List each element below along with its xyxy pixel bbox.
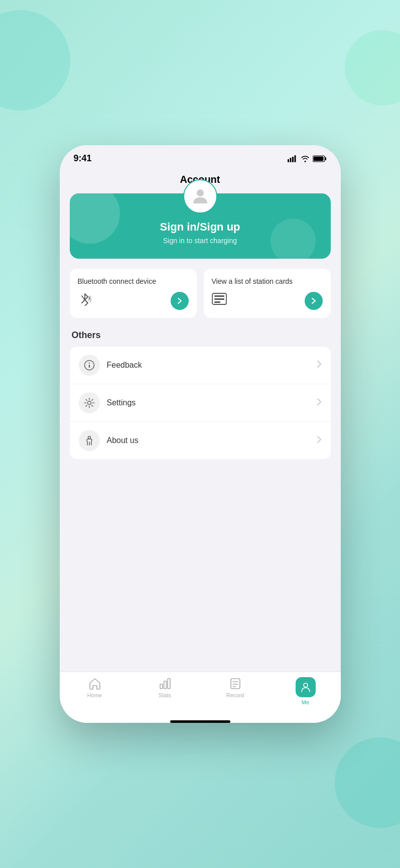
menu-item-feedback[interactable]: Feedback xyxy=(70,347,331,384)
svg-rect-2 xyxy=(292,157,294,162)
stats-nav-label: Stats xyxy=(159,692,171,698)
status-icons xyxy=(288,155,327,162)
bluetooth-card-bottom xyxy=(78,292,189,310)
station-card-bottom xyxy=(212,292,323,310)
bottom-nav: Home Stats Record xyxy=(60,672,341,717)
svg-rect-11 xyxy=(214,301,220,303)
svg-point-22 xyxy=(304,683,308,687)
svg-point-15 xyxy=(87,401,91,404)
me-nav-icon xyxy=(300,682,311,693)
feedback-icon-wrap xyxy=(79,355,100,376)
status-bar: 9:41 xyxy=(60,145,341,168)
nav-item-home[interactable]: Home xyxy=(60,677,130,705)
bluetooth-icon xyxy=(78,292,92,309)
feedback-chevron xyxy=(317,360,322,370)
bluetooth-card-title: Bluetooth connect device xyxy=(78,277,189,287)
svg-rect-0 xyxy=(288,159,289,162)
record-nav-icon xyxy=(229,677,242,690)
quick-actions: Bluetooth connect device xyxy=(70,269,331,318)
feedback-label: Feedback xyxy=(107,361,310,370)
stats-nav-icon xyxy=(159,677,172,690)
svg-rect-1 xyxy=(290,158,291,162)
svg-rect-3 xyxy=(294,155,296,162)
settings-icon-wrap xyxy=(79,392,100,413)
phone-frame: 9:41 Account xyxy=(60,145,341,723)
signin-card[interactable]: Sign in/Sign up Sign in to start chargin… xyxy=(70,193,331,259)
bluetooth-arrow-btn[interactable] xyxy=(171,292,189,310)
settings-label: Settings xyxy=(107,398,310,407)
nav-item-me[interactable]: Me xyxy=(271,677,341,705)
signal-icon xyxy=(288,155,298,162)
svg-point-7 xyxy=(197,189,204,196)
settings-icon xyxy=(84,397,95,408)
svg-rect-14 xyxy=(88,365,89,368)
about-chevron xyxy=(317,436,322,446)
svg-rect-18 xyxy=(160,684,163,689)
bluetooth-card[interactable]: Bluetooth connect device xyxy=(70,269,197,318)
settings-chevron xyxy=(317,398,322,408)
user-icon xyxy=(191,186,210,208)
station-card[interactable]: View a list of station cards xyxy=(204,269,331,318)
nav-item-record[interactable]: Record xyxy=(200,677,271,705)
svg-rect-9 xyxy=(214,295,224,297)
svg-rect-10 xyxy=(214,298,224,300)
about-label: About us xyxy=(107,436,310,445)
station-list-icon xyxy=(212,293,227,308)
svg-rect-5 xyxy=(313,156,323,161)
others-section-label: Others xyxy=(60,328,341,347)
svg-rect-20 xyxy=(168,679,170,689)
avatar xyxy=(183,179,217,213)
about-icon-wrap xyxy=(79,430,100,451)
svg-rect-21 xyxy=(231,679,240,689)
svg-point-16 xyxy=(88,436,90,439)
wifi-icon xyxy=(301,155,310,162)
nav-item-stats[interactable]: Stats xyxy=(130,677,200,705)
station-card-title: View a list of station cards xyxy=(212,277,323,287)
me-nav-label: Me xyxy=(302,699,309,705)
svg-rect-6 xyxy=(325,157,326,160)
main-content: Account Sign in/Sign up Sign in to start… xyxy=(60,168,341,672)
bottom-section: Home Stats Record xyxy=(60,672,341,723)
me-active-icon xyxy=(296,677,316,697)
about-icon xyxy=(84,435,95,446)
menu-item-settings[interactable]: Settings xyxy=(70,384,331,422)
svg-point-13 xyxy=(88,362,89,363)
menu-item-about[interactable]: About us xyxy=(70,422,331,459)
battery-icon xyxy=(313,155,327,162)
feedback-icon xyxy=(84,360,95,371)
station-arrow-btn[interactable] xyxy=(305,292,323,310)
home-nav-label: Home xyxy=(87,692,102,698)
menu-list: Feedback Settings xyxy=(70,347,331,459)
home-indicator xyxy=(170,720,230,723)
record-nav-label: Record xyxy=(226,692,244,698)
svg-rect-19 xyxy=(164,681,166,689)
status-time: 9:41 xyxy=(74,153,92,164)
home-nav-icon xyxy=(88,677,101,690)
